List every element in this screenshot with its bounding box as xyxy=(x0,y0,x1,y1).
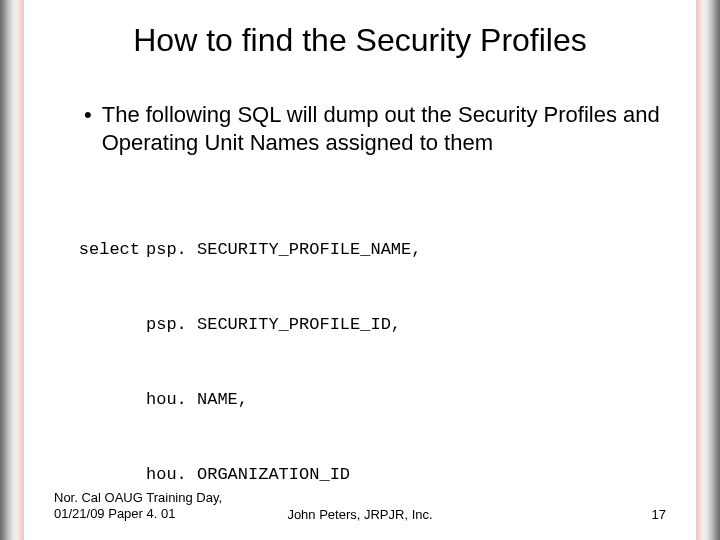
slide-footer: Nor. Cal OAUG Training Day, 01/21/09 Pap… xyxy=(54,490,666,522)
sql-keyword-select: select xyxy=(72,237,140,262)
code-text: hou. NAME, xyxy=(146,390,248,409)
bullet-marker: • xyxy=(84,101,92,129)
bullet-text: The following SQL will dump out the Secu… xyxy=(102,101,666,157)
bullet-list: • The following SQL will dump out the Se… xyxy=(54,101,666,157)
decorative-right-border xyxy=(696,0,720,540)
code-text: hou. ORGANIZATION_ID xyxy=(146,465,350,484)
sql-code-block: selectpsp. SECURITY_PROFILE_NAME, psp. S… xyxy=(54,187,666,540)
code-text: psp. SECURITY_PROFILE_NAME, xyxy=(146,240,421,259)
footer-page-number: 17 xyxy=(652,507,666,522)
decorative-left-border xyxy=(0,0,24,540)
footer-date-paper: 01/21/09 Paper 4. 01 xyxy=(54,506,222,522)
bullet-item: • The following SQL will dump out the Se… xyxy=(84,101,666,157)
slide-title: How to find the Security Profiles xyxy=(54,22,666,59)
code-line: selectpsp. SECURITY_PROFILE_NAME, xyxy=(72,237,666,262)
code-line: hou. ORGANIZATION_ID xyxy=(72,462,666,487)
code-line: psp. SECURITY_PROFILE_ID, xyxy=(72,312,666,337)
slide-content: How to find the Security Profiles • The … xyxy=(24,0,696,540)
code-text: psp. SECURITY_PROFILE_ID, xyxy=(146,315,401,334)
footer-author: John Peters, JRPJR, Inc. xyxy=(287,507,432,522)
footer-left: Nor. Cal OAUG Training Day, 01/21/09 Pap… xyxy=(54,490,222,522)
footer-event: Nor. Cal OAUG Training Day, xyxy=(54,490,222,506)
code-line: hou. NAME, xyxy=(72,387,666,412)
